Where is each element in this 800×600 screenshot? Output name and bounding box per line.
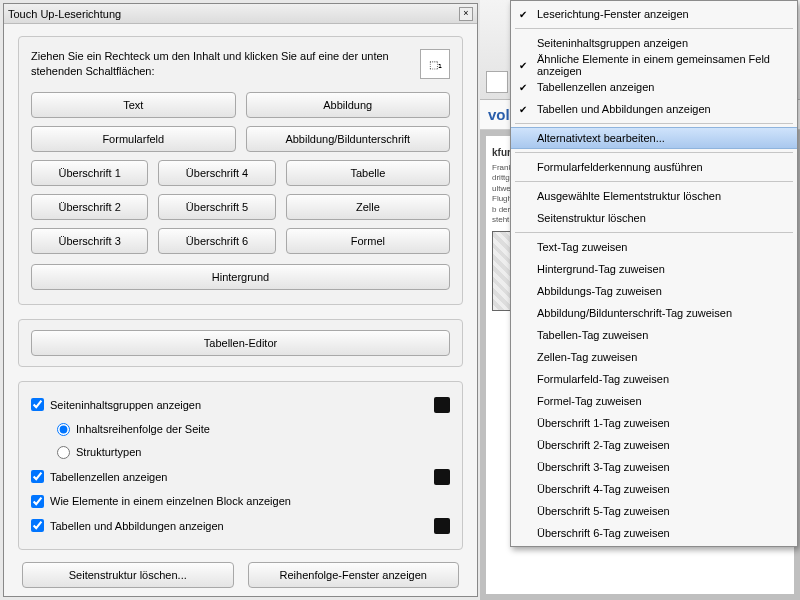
content-order-radio[interactable]	[57, 423, 70, 436]
menu-item[interactable]: Überschrift 6-Tag zuweisen	[511, 522, 797, 544]
show-order-panel-button[interactable]: Reihenfolge-Fenster anzeigen	[248, 562, 460, 588]
formula-button[interactable]: Formel	[286, 228, 450, 254]
color-swatch[interactable]	[434, 469, 450, 485]
show-tables-figures-label: Tabellen und Abbildungen anzeigen	[50, 520, 224, 532]
table-editor-button[interactable]: Tabellen-Editor	[31, 330, 450, 356]
instruction-text: Ziehen Sie ein Rechteck um den Inhalt un…	[31, 49, 410, 80]
show-cells-label: Tabellenzellen anzeigen	[50, 471, 167, 483]
show-groups-label: Seiteninhaltsgruppen anzeigen	[50, 399, 201, 411]
menu-item[interactable]: Abbildungs-Tag zuweisen	[511, 280, 797, 302]
menu-item[interactable]: Seiteninhaltsgruppen anzeigen	[511, 32, 797, 54]
menu-item[interactable]: Formel-Tag zuweisen	[511, 390, 797, 412]
show-block-checkbox[interactable]	[31, 495, 44, 508]
h4-button[interactable]: Überschrift 4	[158, 160, 275, 186]
menu-item[interactable]: Seitenstruktur löschen	[511, 207, 797, 229]
menu-separator	[515, 28, 793, 29]
background-button[interactable]: Hintergrund	[31, 264, 450, 290]
selection-icon: ⬚₁	[420, 49, 450, 79]
check-icon: ✔	[519, 104, 527, 115]
check-icon: ✔	[519, 9, 527, 20]
menu-item[interactable]: Überschrift 1-Tag zuweisen	[511, 412, 797, 434]
color-swatch[interactable]	[434, 518, 450, 534]
menu-item[interactable]: Überschrift 4-Tag zuweisen	[511, 478, 797, 500]
show-tables-figures-checkbox[interactable]	[31, 519, 44, 532]
text-button[interactable]: Text	[31, 92, 236, 118]
table-button[interactable]: Tabelle	[286, 160, 450, 186]
h3-button[interactable]: Überschrift 3	[31, 228, 148, 254]
show-groups-checkbox[interactable]	[31, 398, 44, 411]
dialog-title: Touch Up-Leserichtung	[8, 8, 121, 20]
content-order-label: Inhaltsreihenfolge der Seite	[76, 423, 210, 435]
menu-separator	[515, 232, 793, 233]
structure-types-label: Strukturtypen	[76, 446, 141, 458]
menu-item[interactable]: ✔Leserichtung-Fenster anzeigen	[511, 3, 797, 25]
display-options: Seiteninhaltsgruppen anzeigen Inhaltsrei…	[18, 381, 463, 550]
menu-item[interactable]: Hintergrund-Tag zuweisen	[511, 258, 797, 280]
image-caption-button[interactable]: Abbildung/Bildunterschrift	[246, 126, 451, 152]
menu-item[interactable]: Überschrift 5-Tag zuweisen	[511, 500, 797, 522]
show-block-label: Wie Elemente in einem einzelnen Block an…	[50, 495, 291, 507]
menu-item[interactable]: Überschrift 2-Tag zuweisen	[511, 434, 797, 456]
menu-item[interactable]: Formularfeld-Tag zuweisen	[511, 368, 797, 390]
menu-item[interactable]: Formularfelderkennung ausführen	[511, 156, 797, 178]
check-icon: ✔	[519, 82, 527, 93]
h5-button[interactable]: Überschrift 5	[158, 194, 275, 220]
toolbar-icon[interactable]	[486, 71, 508, 93]
h6-button[interactable]: Überschrift 6	[158, 228, 275, 254]
show-cells-checkbox[interactable]	[31, 470, 44, 483]
formfield-button[interactable]: Formularfeld	[31, 126, 236, 152]
menu-item[interactable]: ✔Ähnliche Elemente in einem gemeinsamen …	[511, 54, 797, 76]
reading-order-dialog: Touch Up-Leserichtung × Ziehen Sie ein R…	[3, 3, 478, 597]
h2-button[interactable]: Überschrift 2	[31, 194, 148, 220]
image-button[interactable]: Abbildung	[246, 92, 451, 118]
menu-separator	[515, 123, 793, 124]
menu-item[interactable]: ✔Tabellen und Abbildungen anzeigen	[511, 98, 797, 120]
menu-item[interactable]: Text-Tag zuweisen	[511, 236, 797, 258]
check-icon: ✔	[519, 60, 527, 71]
menu-item[interactable]: Ausgewählte Elementstruktur löschen	[511, 185, 797, 207]
clear-structure-button[interactable]: Seitenstruktur löschen...	[22, 562, 234, 588]
menu-item[interactable]: Abbildung/Bildunterschrift-Tag zuweisen	[511, 302, 797, 324]
menu-item[interactable]: ✔Tabellenzellen anzeigen	[511, 76, 797, 98]
context-menu: ✔Leserichtung-Fenster anzeigen Seiteninh…	[510, 0, 798, 547]
structure-types-radio[interactable]	[57, 446, 70, 459]
cell-button[interactable]: Zelle	[286, 194, 450, 220]
h1-button[interactable]: Überschrift 1	[31, 160, 148, 186]
color-swatch[interactable]	[434, 397, 450, 413]
dialog-titlebar[interactable]: Touch Up-Leserichtung ×	[4, 4, 477, 24]
menu-item[interactable]: Zellen-Tag zuweisen	[511, 346, 797, 368]
close-icon[interactable]: ×	[459, 7, 473, 21]
menu-separator	[515, 181, 793, 182]
tagging-group: Ziehen Sie ein Rechteck um den Inhalt un…	[18, 36, 463, 305]
menu-item[interactable]: Überschrift 3-Tag zuweisen	[511, 456, 797, 478]
menu-item-alt-text[interactable]: Alternativtext bearbeiten...	[511, 127, 797, 149]
menu-separator	[515, 152, 793, 153]
menu-item[interactable]: Tabellen-Tag zuweisen	[511, 324, 797, 346]
